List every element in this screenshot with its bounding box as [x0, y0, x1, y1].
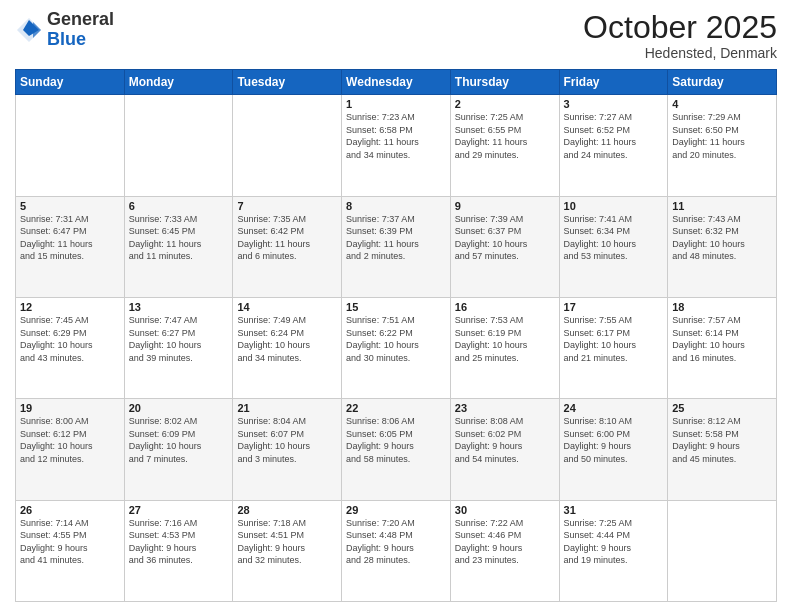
calendar-cell: 30Sunrise: 7:22 AM Sunset: 4:46 PM Dayli… — [450, 500, 559, 601]
calendar-cell — [233, 95, 342, 196]
col-wednesday: Wednesday — [342, 70, 451, 95]
day-info: Sunrise: 7:27 AM Sunset: 6:52 PM Dayligh… — [564, 111, 664, 161]
calendar-cell: 8Sunrise: 7:37 AM Sunset: 6:39 PM Daylig… — [342, 196, 451, 297]
calendar-header-row: Sunday Monday Tuesday Wednesday Thursday… — [16, 70, 777, 95]
day-number: 8 — [346, 200, 446, 212]
day-number: 12 — [20, 301, 120, 313]
calendar-cell: 20Sunrise: 8:02 AM Sunset: 6:09 PM Dayli… — [124, 399, 233, 500]
calendar-cell: 2Sunrise: 7:25 AM Sunset: 6:55 PM Daylig… — [450, 95, 559, 196]
title-block: October 2025 Hedensted, Denmark — [583, 10, 777, 61]
day-number: 16 — [455, 301, 555, 313]
logo-general: General — [47, 9, 114, 29]
calendar-cell: 17Sunrise: 7:55 AM Sunset: 6:17 PM Dayli… — [559, 297, 668, 398]
day-info: Sunrise: 7:53 AM Sunset: 6:19 PM Dayligh… — [455, 314, 555, 364]
day-info: Sunrise: 8:12 AM Sunset: 5:58 PM Dayligh… — [672, 415, 772, 465]
calendar-cell: 19Sunrise: 8:00 AM Sunset: 6:12 PM Dayli… — [16, 399, 125, 500]
calendar-cell: 6Sunrise: 7:33 AM Sunset: 6:45 PM Daylig… — [124, 196, 233, 297]
day-number: 28 — [237, 504, 337, 516]
calendar-cell: 14Sunrise: 7:49 AM Sunset: 6:24 PM Dayli… — [233, 297, 342, 398]
day-info: Sunrise: 7:29 AM Sunset: 6:50 PM Dayligh… — [672, 111, 772, 161]
day-info: Sunrise: 7:57 AM Sunset: 6:14 PM Dayligh… — [672, 314, 772, 364]
calendar-cell: 29Sunrise: 7:20 AM Sunset: 4:48 PM Dayli… — [342, 500, 451, 601]
logo-blue: Blue — [47, 29, 86, 49]
calendar-cell: 28Sunrise: 7:18 AM Sunset: 4:51 PM Dayli… — [233, 500, 342, 601]
day-info: Sunrise: 7:33 AM Sunset: 6:45 PM Dayligh… — [129, 213, 229, 263]
day-number: 5 — [20, 200, 120, 212]
col-monday: Monday — [124, 70, 233, 95]
day-number: 30 — [455, 504, 555, 516]
day-number: 26 — [20, 504, 120, 516]
day-info: Sunrise: 7:51 AM Sunset: 6:22 PM Dayligh… — [346, 314, 446, 364]
calendar-cell — [124, 95, 233, 196]
day-number: 23 — [455, 402, 555, 414]
calendar-cell: 9Sunrise: 7:39 AM Sunset: 6:37 PM Daylig… — [450, 196, 559, 297]
calendar-week-0: 1Sunrise: 7:23 AM Sunset: 6:58 PM Daylig… — [16, 95, 777, 196]
day-number: 20 — [129, 402, 229, 414]
day-info: Sunrise: 7:55 AM Sunset: 6:17 PM Dayligh… — [564, 314, 664, 364]
day-number: 4 — [672, 98, 772, 110]
header: General Blue October 2025 Hedensted, Den… — [15, 10, 777, 61]
day-info: Sunrise: 7:20 AM Sunset: 4:48 PM Dayligh… — [346, 517, 446, 567]
calendar-cell: 25Sunrise: 8:12 AM Sunset: 5:58 PM Dayli… — [668, 399, 777, 500]
day-info: Sunrise: 7:23 AM Sunset: 6:58 PM Dayligh… — [346, 111, 446, 161]
day-number: 14 — [237, 301, 337, 313]
calendar-week-2: 12Sunrise: 7:45 AM Sunset: 6:29 PM Dayli… — [16, 297, 777, 398]
calendar-cell: 4Sunrise: 7:29 AM Sunset: 6:50 PM Daylig… — [668, 95, 777, 196]
day-number: 27 — [129, 504, 229, 516]
calendar-cell: 16Sunrise: 7:53 AM Sunset: 6:19 PM Dayli… — [450, 297, 559, 398]
col-tuesday: Tuesday — [233, 70, 342, 95]
day-number: 24 — [564, 402, 664, 414]
day-number: 10 — [564, 200, 664, 212]
day-info: Sunrise: 7:37 AM Sunset: 6:39 PM Dayligh… — [346, 213, 446, 263]
svg-marker-2 — [33, 22, 41, 38]
location: Hedensted, Denmark — [583, 45, 777, 61]
day-info: Sunrise: 8:08 AM Sunset: 6:02 PM Dayligh… — [455, 415, 555, 465]
col-friday: Friday — [559, 70, 668, 95]
day-info: Sunrise: 7:47 AM Sunset: 6:27 PM Dayligh… — [129, 314, 229, 364]
logo: General Blue — [15, 10, 114, 50]
day-number: 25 — [672, 402, 772, 414]
month-title: October 2025 — [583, 10, 777, 45]
calendar-week-4: 26Sunrise: 7:14 AM Sunset: 4:55 PM Dayli… — [16, 500, 777, 601]
calendar-cell: 24Sunrise: 8:10 AM Sunset: 6:00 PM Dayli… — [559, 399, 668, 500]
day-number: 3 — [564, 98, 664, 110]
logo-icon — [15, 16, 43, 44]
day-number: 9 — [455, 200, 555, 212]
day-info: Sunrise: 7:25 AM Sunset: 6:55 PM Dayligh… — [455, 111, 555, 161]
calendar-cell: 26Sunrise: 7:14 AM Sunset: 4:55 PM Dayli… — [16, 500, 125, 601]
calendar-cell: 12Sunrise: 7:45 AM Sunset: 6:29 PM Dayli… — [16, 297, 125, 398]
calendar-week-3: 19Sunrise: 8:00 AM Sunset: 6:12 PM Dayli… — [16, 399, 777, 500]
day-info: Sunrise: 8:00 AM Sunset: 6:12 PM Dayligh… — [20, 415, 120, 465]
logo-text: General Blue — [47, 10, 114, 50]
day-info: Sunrise: 7:41 AM Sunset: 6:34 PM Dayligh… — [564, 213, 664, 263]
day-info: Sunrise: 7:45 AM Sunset: 6:29 PM Dayligh… — [20, 314, 120, 364]
col-saturday: Saturday — [668, 70, 777, 95]
day-info: Sunrise: 8:02 AM Sunset: 6:09 PM Dayligh… — [129, 415, 229, 465]
day-info: Sunrise: 7:14 AM Sunset: 4:55 PM Dayligh… — [20, 517, 120, 567]
day-number: 6 — [129, 200, 229, 212]
day-info: Sunrise: 7:35 AM Sunset: 6:42 PM Dayligh… — [237, 213, 337, 263]
day-info: Sunrise: 7:22 AM Sunset: 4:46 PM Dayligh… — [455, 517, 555, 567]
day-number: 7 — [237, 200, 337, 212]
calendar-cell — [16, 95, 125, 196]
day-info: Sunrise: 8:10 AM Sunset: 6:00 PM Dayligh… — [564, 415, 664, 465]
day-number: 13 — [129, 301, 229, 313]
day-number: 15 — [346, 301, 446, 313]
calendar-cell: 11Sunrise: 7:43 AM Sunset: 6:32 PM Dayli… — [668, 196, 777, 297]
day-number: 19 — [20, 402, 120, 414]
calendar-cell: 18Sunrise: 7:57 AM Sunset: 6:14 PM Dayli… — [668, 297, 777, 398]
day-info: Sunrise: 7:43 AM Sunset: 6:32 PM Dayligh… — [672, 213, 772, 263]
calendar-cell: 15Sunrise: 7:51 AM Sunset: 6:22 PM Dayli… — [342, 297, 451, 398]
calendar-week-1: 5Sunrise: 7:31 AM Sunset: 6:47 PM Daylig… — [16, 196, 777, 297]
day-info: Sunrise: 8:06 AM Sunset: 6:05 PM Dayligh… — [346, 415, 446, 465]
calendar-cell: 3Sunrise: 7:27 AM Sunset: 6:52 PM Daylig… — [559, 95, 668, 196]
day-number: 21 — [237, 402, 337, 414]
day-info: Sunrise: 7:18 AM Sunset: 4:51 PM Dayligh… — [237, 517, 337, 567]
day-info: Sunrise: 7:25 AM Sunset: 4:44 PM Dayligh… — [564, 517, 664, 567]
calendar: Sunday Monday Tuesday Wednesday Thursday… — [15, 69, 777, 602]
day-number: 29 — [346, 504, 446, 516]
calendar-cell: 7Sunrise: 7:35 AM Sunset: 6:42 PM Daylig… — [233, 196, 342, 297]
calendar-cell: 5Sunrise: 7:31 AM Sunset: 6:47 PM Daylig… — [16, 196, 125, 297]
day-info: Sunrise: 8:04 AM Sunset: 6:07 PM Dayligh… — [237, 415, 337, 465]
day-number: 17 — [564, 301, 664, 313]
